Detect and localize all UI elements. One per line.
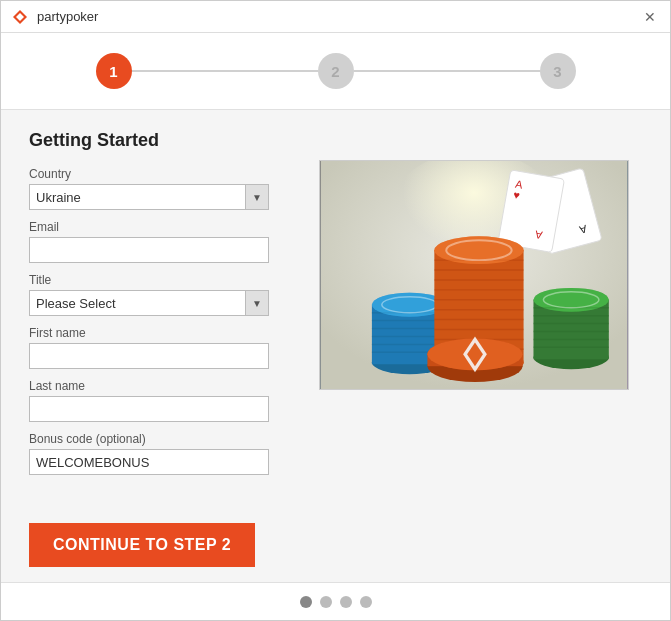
bonus-input[interactable] <box>29 449 269 475</box>
dot-1 <box>300 596 312 608</box>
lastname-field-group: Last name <box>29 379 299 422</box>
firstname-input[interactable] <box>29 343 269 369</box>
title-select-wrapper: Please Select Mr Mrs Ms Dr ▼ <box>29 290 269 316</box>
dot-3 <box>340 596 352 608</box>
close-button[interactable]: ✕ <box>640 7 660 27</box>
form-right: A ♠ A A ♥ A <box>319 130 642 503</box>
main-content: 1 2 3 Getting Started Country <box>1 33 670 582</box>
lastname-label: Last name <box>29 379 299 393</box>
app-title: partypoker <box>37 9 98 24</box>
title-bar: partypoker ✕ <box>1 1 670 33</box>
step-1-circle: 1 <box>96 53 132 89</box>
step-3-circle: 3 <box>540 53 576 89</box>
bonus-label: Bonus code (optional) <box>29 432 299 446</box>
dot-4 <box>360 596 372 608</box>
email-label: Email <box>29 220 299 234</box>
button-area: CONTINUE TO STEP 2 <box>1 513 670 582</box>
email-field-group: Email <box>29 220 299 263</box>
firstname-field-group: First name <box>29 326 299 369</box>
step-line-2 <box>354 70 540 72</box>
steps-row: 1 2 3 <box>96 53 576 89</box>
form-area: Getting Started Country Ukraine United S… <box>1 110 670 513</box>
country-select-wrapper: Ukraine United States United Kingdom Ger… <box>29 184 269 210</box>
step-line-1 <box>132 70 318 72</box>
continue-button[interactable]: CONTINUE TO STEP 2 <box>29 523 255 567</box>
lastname-input[interactable] <box>29 396 269 422</box>
country-field-group: Country Ukraine United States United Kin… <box>29 167 299 210</box>
title-select[interactable]: Please Select Mr Mrs Ms Dr <box>29 290 269 316</box>
form-left: Getting Started Country Ukraine United S… <box>29 130 299 503</box>
poker-chips-image: A ♠ A A ♥ A <box>319 160 629 390</box>
firstname-label: First name <box>29 326 299 340</box>
country-select[interactable]: Ukraine United States United Kingdom Ger… <box>29 184 269 210</box>
step-2-circle: 2 <box>318 53 354 89</box>
page-title: Getting Started <box>29 130 299 151</box>
title-bar-left: partypoker <box>11 8 98 26</box>
app-window: partypoker ✕ 1 2 3 <box>0 0 671 621</box>
steps-container: 1 2 3 <box>1 33 670 110</box>
title-label: Title <box>29 273 299 287</box>
country-label: Country <box>29 167 299 181</box>
app-logo-icon <box>11 8 29 26</box>
dot-2 <box>320 596 332 608</box>
title-field-group: Title Please Select Mr Mrs Ms Dr ▼ <box>29 273 299 316</box>
bottom-bar <box>1 582 670 620</box>
email-input[interactable] <box>29 237 269 263</box>
bonus-field-group: Bonus code (optional) <box>29 432 299 475</box>
